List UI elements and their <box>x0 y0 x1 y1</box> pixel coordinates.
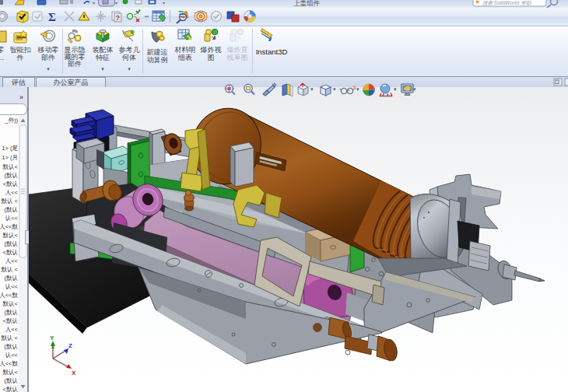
svg-text:X: X <box>72 369 76 376</box>
svg-text:Y: Y <box>50 334 54 341</box>
svg-text:Z: Z <box>68 342 72 349</box>
